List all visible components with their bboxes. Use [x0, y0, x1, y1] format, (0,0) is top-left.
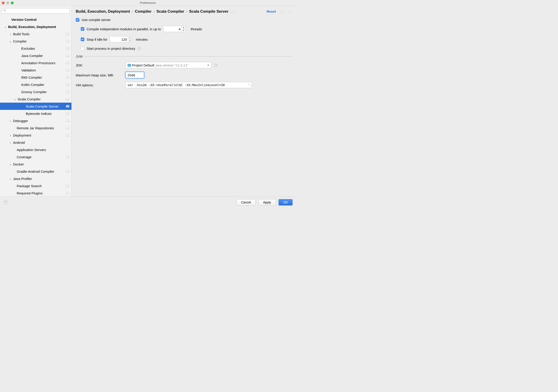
jvm-fieldset: JVM JDK: Project Default java version "1…	[76, 54, 292, 92]
idle-label-prefix: Stop if idle for	[87, 37, 107, 41]
sidebar-item-docker[interactable]: ›Docker	[0, 160, 71, 168]
project-badge-icon	[66, 62, 69, 64]
project-badge-icon	[66, 83, 69, 86]
window-minimize-icon	[6, 2, 9, 4]
sidebar-item-required-plugins[interactable]: Required Plugins	[0, 190, 71, 196]
parallel-checkbox[interactable]	[81, 27, 84, 31]
sidebar-item-gradle-android-compiler[interactable]: Gradle-Android Compiler	[0, 168, 71, 175]
parallel-spin-down-icon[interactable]: ▼	[182, 29, 186, 32]
sidebar-item-label: Debugger	[13, 119, 66, 123]
project-badge-icon	[66, 192, 69, 194]
chevron-icon: ⌄	[4, 25, 7, 29]
idle-checkbox[interactable]	[81, 37, 84, 41]
sidebar-item-scala-compile-server[interactable]: Scala Compile Server	[0, 103, 71, 110]
search-input[interactable]	[2, 8, 70, 14]
sidebar-item-label: Annotation Processors	[21, 61, 66, 65]
sidebar-item-compiler[interactable]: ⌄Compiler	[0, 37, 71, 45]
project-badge-icon	[66, 134, 69, 136]
parallel-spin-up-icon[interactable]: ▲	[182, 26, 186, 29]
main-panel: Build, Execution, Deployment›Compiler›Sc…	[72, 6, 296, 196]
sidebar-item-remote-jar-repositories[interactable]: Remote Jar Repositories	[0, 124, 71, 131]
nav-forward-icon: →	[288, 9, 292, 14]
sidebar-item-scala-compiler[interactable]: ⌄Scala Compiler	[0, 96, 71, 103]
sidebar-item-android[interactable]: ›Android	[0, 139, 71, 146]
settings-tree[interactable]: Version Control⌄Build, Execution, Deploy…	[0, 15, 71, 196]
sidebar-item-package-search[interactable]: Package Search	[0, 182, 71, 190]
sidebar-item-label: Required Plugins	[17, 191, 66, 195]
sidebar-item-label: Groovy Compiler	[21, 90, 66, 94]
project-badge-icon	[66, 54, 69, 57]
sidebar-item-deployment[interactable]: ›Deployment	[0, 131, 71, 139]
sidebar-item-application-servers[interactable]: Application Servers	[0, 146, 71, 153]
footer: ? Cancel Apply OK	[0, 196, 296, 208]
sidebar-item-coverage[interactable]: Coverage	[0, 153, 71, 160]
idle-spin-up-icon[interactable]: ▲	[128, 36, 132, 40]
expand-icon[interactable]	[248, 83, 251, 87]
sidebar-item-label: Version Control	[11, 18, 71, 21]
window-maximize-icon[interactable]	[11, 2, 14, 4]
sidebar-item-bytecode-indices[interactable]: Bytecode Indices	[0, 110, 71, 117]
cancel-button[interactable]: Cancel	[236, 199, 256, 206]
use-compile-server-label[interactable]: Use compile server	[82, 18, 111, 22]
breadcrumb-segment: Build, Execution, Deployment	[76, 9, 130, 14]
sidebar-item-label: Kotlin Compiler	[21, 83, 66, 87]
sidebar-item-java-profiler[interactable]: ›Java Profiler	[0, 175, 71, 182]
jdk-select[interactable]: Project Default java version "11.0.11" ▼	[125, 62, 211, 68]
search-icon	[3, 9, 6, 13]
sidebar-item-annotation-processors[interactable]: Annotation Processors	[0, 59, 71, 66]
project-badge-icon	[66, 185, 69, 187]
main-header: Build, Execution, Deployment›Compiler›Sc…	[72, 6, 296, 16]
project-badge-icon	[66, 69, 69, 71]
project-badge-icon	[231, 10, 234, 13]
sidebar-item-version-control[interactable]: Version Control	[0, 16, 71, 23]
sidebar-item-rmi-compiler[interactable]: RMI Compiler	[0, 74, 71, 81]
heap-size-input[interactable]	[125, 72, 144, 78]
help-icon[interactable]: ?	[138, 47, 141, 50]
project-badge-icon	[66, 47, 69, 50]
start-in-project-label: Start process in project directory	[87, 47, 135, 50]
chevron-icon: ›	[9, 32, 12, 36]
project-badge-icon	[66, 112, 69, 115]
help-icon[interactable]: ?	[3, 200, 8, 205]
breadcrumb-separator-icon: ›	[132, 9, 133, 14]
breadcrumb-separator-icon: ›	[186, 9, 187, 14]
sidebar-item-debugger[interactable]: ›Debugger	[0, 117, 71, 124]
chevron-icon: ›	[9, 133, 12, 137]
nav-back-icon: ←	[280, 9, 284, 14]
parallel-label-prefix: Compile independent modules in parallel,…	[87, 27, 161, 31]
use-compile-server-checkbox[interactable]	[76, 18, 79, 22]
sidebar-item-validation[interactable]: Validation	[0, 66, 71, 74]
breadcrumb-segment: Scala Compile Server	[189, 9, 228, 14]
project-badge-icon	[66, 98, 69, 100]
sidebar-item-label: Docker	[13, 162, 71, 166]
window-close-icon[interactable]	[2, 2, 5, 4]
sidebar-item-build-execution-deployment[interactable]: ⌄Build, Execution, Deployment	[0, 23, 71, 30]
sidebar-item-label: Build, Execution, Deployment	[8, 25, 71, 29]
nav-arrows: ← →	[280, 9, 292, 14]
vm-options-label: VM options:	[76, 83, 125, 87]
sidebar-item-java-compiler[interactable]: Java Compiler	[0, 52, 71, 59]
sidebar-item-kotlin-compiler[interactable]: Kotlin Compiler	[0, 81, 71, 88]
jdk-version: java version "11.0.11"	[156, 63, 188, 67]
sidebar-item-build-tools[interactable]: ›Build Tools	[0, 30, 71, 37]
chevron-icon: ›	[9, 177, 12, 181]
chevron-icon: ›	[9, 119, 12, 123]
sidebar-item-label: Java Profiler	[13, 177, 71, 181]
idle-spin-down-icon[interactable]: ▼	[128, 40, 132, 43]
chevron-icon: ›	[9, 162, 12, 166]
svg-point-0	[4, 9, 5, 11]
sidebar-item-excludes[interactable]: Excludes	[0, 45, 71, 52]
ok-button[interactable]: OK	[279, 199, 293, 206]
help-icon[interactable]: ?	[214, 63, 218, 67]
sidebar-item-groovy-compiler[interactable]: Groovy Compiler	[0, 88, 71, 96]
start-in-project-checkbox[interactable]	[81, 47, 84, 50]
sidebar-item-label: RMI Compiler	[21, 76, 66, 79]
apply-button[interactable]: Apply	[258, 199, 276, 206]
reset-link[interactable]: Reset	[267, 9, 276, 13]
project-badge-icon	[66, 76, 69, 78]
content: Use compile server Compile independent m…	[72, 16, 296, 196]
vm-options-input[interactable]	[125, 82, 252, 88]
body: Version Control⌄Build, Execution, Deploy…	[0, 6, 296, 196]
sidebar-item-label: Bytecode Indices	[26, 112, 66, 115]
sidebar-item-label: Package Search	[17, 184, 66, 188]
